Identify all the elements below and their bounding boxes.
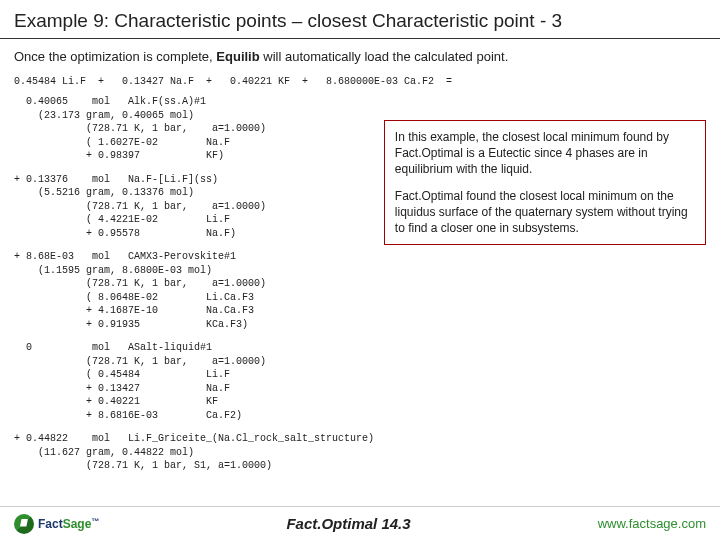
intro-text: Once the optimization is complete, Equil… — [0, 39, 720, 68]
footer-url: www.factsage.com — [598, 516, 706, 531]
intro-bold: Equilib — [216, 49, 259, 64]
callout-box: In this example, the closest local minim… — [384, 120, 706, 245]
callout-paragraph-2: Fact.Optimal found the closest local min… — [395, 188, 695, 237]
phase-block-2: + 0.13376 mol Na.F-[Li.F](ss) (5.5216 gr… — [14, 173, 374, 241]
equation-line: 0.45484 Li.F + 0.13427 Na.F + 0.40221 KF… — [14, 72, 374, 95]
phase-block-5: + 0.44822 mol Li.F_Griceite_(Na.Cl_rock_… — [14, 432, 374, 473]
phase-block-3: + 8.68E-03 mol CAMX3-Perovskite#1 (1.159… — [14, 250, 374, 331]
logo-icon — [14, 514, 34, 534]
logo-tm: ™ — [91, 517, 99, 526]
callout-paragraph-1: In this example, the closest local minim… — [395, 129, 695, 178]
callout-column: In this example, the closest local minim… — [374, 72, 706, 483]
intro-after: will automatically load the calculated p… — [260, 49, 509, 64]
footer-title: Fact.Optimal 14.3 — [286, 515, 410, 532]
phase-block-4: 0 mol ASalt-liquid#1 (728.71 K, 1 bar, a… — [14, 341, 374, 422]
footer-bar: FactSage™ Fact.Optimal 14.3 www.factsage… — [0, 506, 720, 540]
logo-fact: Fact — [38, 517, 63, 531]
main-content: 0.45484 Li.F + 0.13427 Na.F + 0.40221 KF… — [0, 68, 720, 483]
phase-block-1: 0.40065 mol Alk.F(ss.A)#1 (23.173 gram, … — [14, 95, 374, 163]
page-title: Example 9: Characteristic points – close… — [0, 0, 720, 39]
intro-before: Once the optimization is complete, — [14, 49, 216, 64]
logo-sage: Sage — [63, 517, 92, 531]
output-column: 0.45484 Li.F + 0.13427 Na.F + 0.40221 KF… — [14, 72, 374, 483]
factsage-logo: FactSage™ — [14, 514, 99, 534]
logo-text: FactSage™ — [38, 517, 99, 531]
